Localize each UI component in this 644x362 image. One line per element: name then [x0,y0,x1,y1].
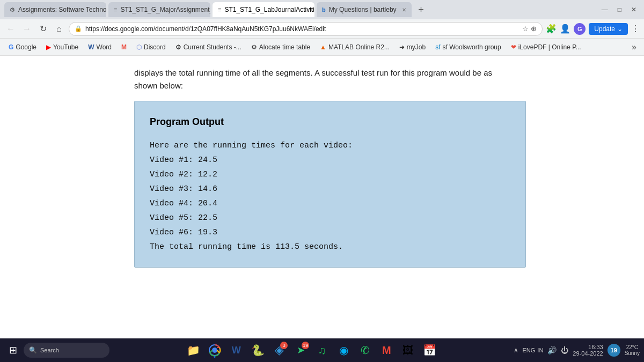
intro-paragraph: displays the total running time of all t… [134,67,510,92]
output-line-1: Here are the running times for each vide… [150,138,510,153]
taskbar-app-badge2[interactable]: ➤ 19 [292,342,309,359]
output-line-6: Video #5: 22.5 [150,211,510,225]
menu-icon[interactable]: ⋮ [631,24,640,34]
bookmark-discord-label: Discord [144,43,166,51]
document-content: displays the total running time of all t… [102,67,542,328]
bookmark-word[interactable]: W Word [84,42,116,53]
account-icon[interactable]: 👤 [560,24,570,34]
url-bar[interactable]: 🔒 https://docs.google.com/document/d/1zQ… [69,22,543,36]
start-button[interactable]: ⊞ [4,342,21,359]
weather-widget[interactable]: 22°C Sunny [625,344,640,356]
bookmark-icon[interactable]: ☆ [522,25,529,33]
notification-badge[interactable]: 19 [608,344,620,357]
weather-condition: Sunny [625,350,640,356]
taskbar-app-badge1[interactable]: ◈ 3 [270,342,288,359]
region-label: IN [537,347,543,353]
taskbar-app9[interactable]: ◉ [335,342,352,359]
bookmark-myjob-label: myJob [407,43,426,51]
tab-assignments[interactable]: ⚙ Assignments: Software Technolo... ✕ [4,2,106,17]
profile-avatar[interactable]: G [574,23,586,35]
bookmark-woolsworth[interactable]: sf sf Woolsworth group [431,42,506,53]
new-tab-button[interactable]: + [414,2,429,17]
photos-icon: 🖼 [402,344,413,357]
battery-icon[interactable]: ⏻ [561,346,568,354]
calendar-icon: 📅 [423,344,436,357]
output-line-3: Video #2: 12.2 [150,167,510,182]
maximize-button[interactable]: □ [614,5,625,14]
bookmark-myjob[interactable]: ➜ myJob [395,42,430,53]
program-output-title: Program Output [150,114,510,130]
taskbar-spotify[interactable]: ♫ [313,342,331,359]
bookmark-word-label: Word [97,43,112,51]
taskbar-calendar[interactable]: 📅 [421,342,438,359]
taskbar-photos[interactable]: 🖼 [399,342,416,359]
bookmark-alocate-label: Alocate time table [259,43,310,51]
bookmark-gmail[interactable]: M [117,42,131,53]
output-line-5: Video #4: 20.4 [150,196,510,211]
word-taskbar-icon: W [232,345,241,356]
minimize-button[interactable]: — [598,5,611,14]
bookmark-ilovepdf[interactable]: ❤ iLovePDF | Online P... [507,42,586,53]
gmail-app-icon: M [382,344,391,357]
tab-lab[interactable]: ≡ ST1_ST1_G_LabJournalActivities... ✕ [213,2,314,17]
myjob-icon: ➜ [399,43,405,51]
update-label: Update [594,25,615,33]
tab-bartleby[interactable]: b My Questions | bartleby ✕ [317,2,412,17]
bookmark-current-students[interactable]: ⚙ Current Students -... [171,42,246,53]
system-tray: ENG IN [523,347,544,353]
reload-button[interactable]: ↻ [36,23,49,35]
search-placeholder: Search [40,347,59,353]
close-button[interactable]: ✕ [628,5,640,14]
tab-icon-assignments: ⚙ [10,6,15,13]
tab-major[interactable]: ≡ ST1_ST1_G_MajorAssignment_20 ✕ [108,2,210,17]
bookmark-alocate[interactable]: ⚙ Alocate time table [247,42,314,53]
app-badge2-count: 19 [302,342,309,349]
svg-point-1 [212,348,217,353]
ilovepdf-icon: ❤ [511,43,516,51]
bookmark-discord[interactable]: ⬡ Discord [132,42,170,53]
url-text: https://docs.google.com/document/d/1zQA0… [85,25,519,33]
bookmark-youtube[interactable]: ▶ YouTube [42,42,83,53]
output-line-8: The total running time is 113.5 seconds. [150,240,510,254]
star-icon[interactable]: ⊕ [531,25,537,33]
address-bar: ← → ↻ ⌂ 🔒 https://docs.google.com/docume… [0,19,644,39]
taskbar-whatsapp[interactable]: ✆ [356,342,374,359]
back-button[interactable]: ← [4,23,17,35]
taskbar-python[interactable]: 🐍 [249,342,266,359]
current-students-icon: ⚙ [175,43,181,51]
url-actions: ☆ ⊕ [522,25,537,33]
search-bar[interactable]: 🔍 Search [24,343,109,358]
weather-temp: 22°C [626,344,638,350]
bookmark-ilovepdf-label: iLovePDF | Online P... [518,43,581,51]
program-output-code: Here are the running times for each vide… [150,138,510,254]
forward-button[interactable]: → [20,23,33,35]
bookmark-youtube-label: YouTube [53,43,78,51]
taskbar-file-explorer[interactable]: 📁 [185,342,202,359]
bookmark-matlab-label: MATLAB Online R2... [328,43,390,51]
window-controls: — □ ✕ [598,5,640,14]
extension-icon[interactable]: 🧩 [546,24,557,34]
taskbar-chrome[interactable] [206,342,223,359]
taskbar-gmail-app[interactable]: M [378,342,395,359]
bookmark-matlab[interactable]: ▲ MATLAB Online R2... [316,42,394,53]
bookmarks-bar: G Google ▶ YouTube W Word M ⬡ Discord ⚙ … [0,39,644,56]
taskbar-word[interactable]: W [228,342,245,359]
lock-icon: 🔒 [75,25,82,32]
tab-label-bartleby: My Questions | bartleby [329,6,397,13]
bookmark-google[interactable]: G Google [4,42,41,53]
update-button[interactable]: Update ⌄ [589,23,628,35]
home-button[interactable]: ⌂ [53,23,65,35]
tab-icon-lab: ≡ [218,6,221,13]
output-line-7: Video #6: 19.3 [150,225,510,240]
search-icon: 🔍 [29,346,37,354]
expand-icon[interactable]: ∧ [514,346,518,354]
bookmarks-more-button[interactable]: » [628,41,640,53]
spotify-icon: ♫ [318,344,326,357]
tab-icon-major: ≡ [114,6,117,13]
clock-time: 16:33 [588,344,603,350]
tab-close-bartleby[interactable]: ✕ [402,7,406,13]
chrome-active-indicator [214,356,216,358]
tab-label-assignments: Assignments: Software Technolo... [18,6,106,13]
tab-label-major: ST1_ST1_G_MajorAssignment_20 [120,6,210,13]
sound-icon[interactable]: 🔊 [547,346,557,354]
